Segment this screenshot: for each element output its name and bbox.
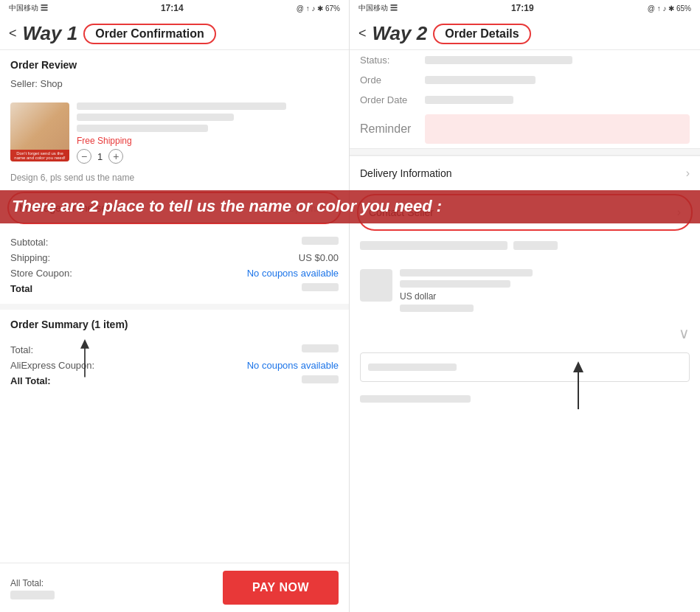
- nav-title-right: Order Details: [433, 24, 530, 44]
- pay-total-section: All Total:: [10, 576, 55, 599]
- nav-title-left: Order Confirmation: [83, 24, 216, 44]
- total-row: Total: [10, 281, 339, 296]
- usd-label: US dollar: [400, 291, 690, 302]
- order-date-blur: [425, 96, 513, 104]
- reminder-row: Reminder: [350, 110, 700, 148]
- shipping-row: Shipping: US $0.00: [10, 250, 339, 265]
- main-container: 中国移动 ☰ 17:14 @ ↑ ♪ ✱ 67% < Way 1 Order C…: [0, 0, 700, 612]
- contact-seller-row[interactable]: Contact Seller ›: [357, 194, 693, 231]
- order-summary-costs: Total: AliExpress Coupon: No coupons ava…: [0, 335, 349, 396]
- subtotal-row: Subtotal:: [10, 234, 339, 250]
- right-product-line-2: [400, 280, 510, 288]
- order-summary-title: Order Summary (1 item): [0, 310, 349, 335]
- status-value-blur: [425, 56, 572, 64]
- right-product-line-3: [400, 305, 474, 312]
- product-desc-blur-1: [77, 102, 286, 110]
- pay-total-label: All Total:: [10, 578, 44, 588]
- order-id-row: Orde: [350, 70, 700, 90]
- coupon-label: Store Coupon:: [10, 268, 72, 279]
- product-image: Don't forget send us the name and color …: [10, 102, 69, 161]
- qty-value: 1: [97, 151, 103, 162]
- arrow-indicator-right: [560, 361, 597, 416]
- svg-marker-3: [573, 361, 583, 372]
- dropdown-row: ∨: [350, 321, 700, 345]
- svg-marker-1: [80, 339, 89, 349]
- bottom-blur-section: [350, 389, 700, 412]
- payment-blur-1: [360, 241, 507, 250]
- status-carrier-right: 中国移动 ☰: [358, 3, 398, 13]
- shipping-value: US $0.00: [299, 252, 339, 263]
- status-bar-right: 中国移动 ☰ 17:19 @ ↑ ♪ ✱ 65%: [350, 0, 700, 16]
- product-row: Don't forget send us the name and color …: [0, 97, 349, 170]
- delivery-info-row[interactable]: Delivery Information ›: [350, 156, 700, 191]
- status-info-row: Status:: [350, 50, 700, 70]
- contact-seller-label: Contact Seller: [369, 206, 434, 218]
- summary-total-label: Total:: [10, 344, 33, 355]
- input-box[interactable]: [360, 352, 690, 382]
- status-icons-right: @ ↑ ♪ ✱ 65%: [648, 4, 691, 13]
- arrow-indicator-left: [66, 339, 103, 386]
- ali-coupon-row: AliExpress Coupon: No coupons available: [10, 358, 339, 373]
- total-label: Total: [10, 283, 32, 294]
- status-icons-left: @ ↑ ♪ ✱ 67%: [297, 4, 340, 13]
- input-value-blur: [368, 364, 457, 371]
- message-for-seller-row[interactable]: Message for the seller Optional ›: [7, 192, 342, 224]
- nav-bar-left: < Way 1 Order Confirmation: [0, 16, 349, 49]
- subtotal-value-blur: [302, 237, 339, 245]
- right-product-thumb: [360, 269, 392, 302]
- pay-now-button[interactable]: PAY NOW: [223, 571, 339, 605]
- gap-block: [350, 149, 700, 155]
- payment-blur-2: [513, 241, 558, 250]
- contact-chevron-icon: ›: [677, 206, 681, 219]
- seller-row: Seller: Shop: [0, 75, 349, 97]
- right-panel: 中国移动 ☰ 17:19 @ ↑ ♪ ✱ 65% < Way 2 Order D…: [350, 0, 700, 612]
- qty-minus-button[interactable]: −: [77, 149, 91, 164]
- product-image-overlay: Don't forget send us the name and color …: [10, 150, 69, 161]
- message-optional: Optional ›: [288, 203, 330, 214]
- product-details: Free Shipping − 1 +: [77, 102, 339, 164]
- all-total-blur: [302, 375, 339, 383]
- right-product-text: US dollar: [400, 269, 690, 316]
- cost-section: Subtotal: Shipping: US $0.00 Store Coupo…: [0, 227, 349, 304]
- summary-total-row: Total:: [10, 342, 339, 358]
- order-review-title: Order Review: [0, 50, 349, 75]
- delivery-label: Delivery Information: [360, 167, 452, 179]
- shipping-label: Shipping:: [10, 252, 50, 263]
- product-desc-blur-2: [77, 114, 234, 121]
- product-desc-blur-3: [77, 125, 208, 132]
- summary-total-blur: [302, 344, 339, 352]
- back-button-left[interactable]: <: [9, 26, 17, 41]
- order-id-label: Orde: [360, 74, 419, 86]
- ali-coupon-value: No coupons available: [247, 360, 339, 371]
- delivery-chevron-icon: ›: [686, 167, 690, 180]
- status-bar-left: 中国移动 ☰ 17:14 @ ↑ ♪ ✱ 67%: [0, 0, 349, 16]
- order-id-blur: [425, 76, 536, 84]
- payment-blur-row-1: [360, 241, 690, 250]
- subtotal-label: Subtotal:: [10, 237, 48, 248]
- pay-total-value-blur: [10, 591, 55, 599]
- bottom-blur-line-1: [360, 395, 471, 403]
- total-value-blur: [302, 283, 339, 291]
- status-label: Status:: [360, 55, 419, 66]
- section-divider: [0, 304, 349, 310]
- coupon-row: Store Coupon: No coupons available: [10, 265, 339, 281]
- nav-bar-right: < Way 2 Order Details: [350, 16, 700, 49]
- left-panel: 中国移动 ☰ 17:14 @ ↑ ♪ ✱ 67% < Way 1 Order C…: [0, 0, 350, 612]
- right-product-row: US dollar: [350, 263, 700, 321]
- dropdown-chevron-icon[interactable]: ∨: [679, 324, 690, 342]
- payment-section: [350, 234, 700, 263]
- qty-control: − 1 +: [77, 149, 339, 164]
- way1-label: Way 1: [23, 22, 78, 45]
- right-product-line-1: [400, 269, 533, 277]
- status-time-left: 17:14: [161, 3, 184, 13]
- all-total-row: All Total:: [10, 373, 339, 389]
- order-date-row: Order Date: [350, 90, 700, 110]
- reminder-value-blur: [425, 114, 690, 144]
- back-button-right[interactable]: <: [358, 26, 367, 41]
- chevron-right-icon: ›: [327, 203, 330, 214]
- design-note: Design 6, pls send us the name: [0, 170, 349, 189]
- qty-plus-button[interactable]: +: [108, 149, 123, 164]
- all-total-label: All Total:: [10, 375, 51, 386]
- pay-bar: All Total: PAY NOW: [0, 563, 349, 612]
- status-time-right: 17:19: [511, 3, 534, 13]
